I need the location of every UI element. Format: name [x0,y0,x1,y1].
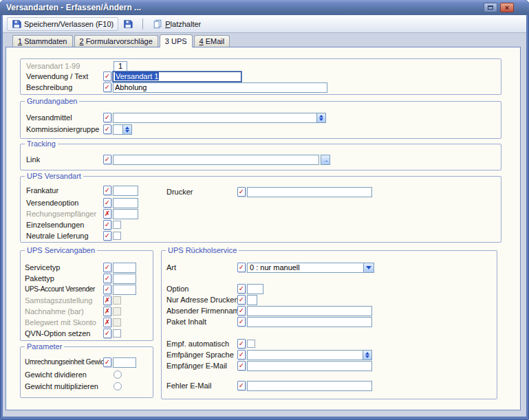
samstagszustellung-checkbox[interactable] [113,296,121,305]
einzelsendungen-checkbox[interactable] [113,221,121,229]
field-row-belegwert: Belegwert mit Skonto [25,317,151,328]
umrechnung-label: Umrechnungseinheit Gewicht [25,358,109,366]
field-row-qvn: QVN-Option setzen [25,328,151,339]
flag-check-icon[interactable] [103,113,111,122]
field-row-samstagszustellung: Samstagszustellung [25,295,151,306]
multiplizieren-radio[interactable] [114,382,122,390]
restore-button[interactable] [484,3,497,12]
flag-cross-icon[interactable] [103,296,111,305]
drucker-input[interactable] [247,187,372,197]
flag-check-icon[interactable] [237,317,246,327]
save-exit-button[interactable]: Speichern/Verlassen (F10) [7,17,118,31]
close-button[interactable]: × [500,3,514,12]
flag-check-icon[interactable] [103,231,111,241]
absender-input[interactable] [247,306,372,316]
flag-check-icon[interactable] [103,71,111,81]
section-ups-rueckholservice: UPS Rückholservice Art 0 : nur manuell O… [161,250,497,399]
multiplizieren-label: Gewicht multiplizieren [25,382,98,390]
save-icon [12,19,21,29]
nur-adresse-input[interactable] [247,295,257,305]
flag-check-icon[interactable] [103,198,111,208]
spinner-icon[interactable] [316,113,325,122]
tab-ups[interactable]: 3UPS [160,34,193,47]
dividieren-label: Gewicht dividieren [25,371,87,379]
kommissioniergruppe-label: Kommissioniergruppe [26,125,99,133]
frankatur-input[interactable] [113,186,138,196]
field-row-einzelsendungen: Einzelsendungen [26,219,499,230]
tab-email[interactable]: 4EMail [194,35,230,47]
flag-check-icon[interactable] [103,82,111,92]
flag-check-icon[interactable] [237,284,246,294]
flag-check-icon[interactable] [103,329,111,338]
samstagszustellung-label: Samstagszustellung [25,296,92,305]
flag-check-icon[interactable] [237,350,246,360]
versendeoption-input[interactable] [113,198,138,208]
flag-check-icon[interactable] [103,186,111,195]
versandmittel-combo[interactable] [113,113,326,123]
flag-check-icon[interactable] [237,361,246,371]
field-row-empfaenger-email: Empfänger E-Mail [166,360,495,371]
link-input[interactable] [113,155,319,165]
dividieren-radio[interactable] [114,371,122,379]
flag-check-icon[interactable] [103,220,111,230]
empfaenger-sprache-combo[interactable] [247,350,372,360]
field-row-pakettyp: Pakettyp [25,273,151,284]
rechnungsempfaenger-input[interactable] [113,209,138,219]
section-header: Versandart 1-99 1 Verwendung / Text Vers… [20,58,501,95]
belegwert-checkbox[interactable] [113,318,121,327]
save-button[interactable] [118,17,138,31]
platzhalter-button[interactable]: Platzhalter [148,17,206,31]
flag-check-icon[interactable] [237,306,246,316]
umrechnung-input[interactable] [113,357,136,368]
pakettyp-input[interactable] [113,274,136,284]
tab-stammdaten[interactable]: 1Stammdaten [12,35,73,47]
open-link-button[interactable]: → [321,155,330,165]
flag-check-icon[interactable] [237,339,246,349]
field-row-art: Art 0 : nur manuell [166,262,495,273]
flag-check-icon[interactable] [237,381,246,390]
beschreibung-input[interactable] [113,82,327,93]
versandart-nr-field[interactable]: 1 [114,61,127,71]
flag-check-icon[interactable] [103,274,111,283]
flag-cross-icon[interactable] [103,307,111,316]
window: Versandarten - Erfassen/Ändern ... × Spe… [0,0,529,420]
servicetyp-input[interactable] [113,263,136,273]
flag-check-icon[interactable] [103,155,111,164]
flag-check-icon[interactable] [103,357,111,367]
rechnungsempfaenger-label: Rechungsempfänger [26,210,96,218]
nur-adresse-label: Nur Adresse Drucken [166,296,239,304]
toolbar-separator [142,19,143,30]
field-row-absender: Absender Firmenname [166,305,495,316]
flag-check-icon[interactable] [103,263,111,272]
chevron-down-icon[interactable] [363,263,374,272]
flag-check-icon[interactable] [103,285,111,294]
spinner-icon[interactable] [363,351,371,360]
flag-check-icon[interactable] [237,187,246,197]
option-input[interactable] [247,284,263,294]
ups-account-input[interactable] [113,285,136,295]
empfaenger-email-input[interactable] [247,361,372,371]
kommissioniergruppe-combo[interactable] [113,124,132,135]
spinner-icon[interactable] [122,125,131,134]
tab-formularvorschlaege[interactable]: 2Formularvorschläge [74,35,158,47]
flag-check-icon[interactable] [237,263,246,272]
flag-check-icon[interactable] [237,295,246,305]
fehler-email-input[interactable] [247,381,372,391]
verwendung-input[interactable]: Versandart 1 [113,71,241,82]
paket-inhalt-input[interactable] [247,317,372,327]
art-dropdown[interactable]: 0 : nur manuell [247,263,374,273]
neutrale-lieferung-checkbox[interactable] [113,232,121,240]
drucker-label: Drucker [166,188,193,196]
qvn-checkbox[interactable] [113,329,121,338]
nachnahme-checkbox[interactable] [113,307,121,316]
titlebar[interactable]: Versandarten - Erfassen/Ändern ... × [0,0,529,15]
flag-cross-icon[interactable] [103,209,111,219]
empf-automatisch-checkbox[interactable] [247,340,255,348]
platzhalter-label: Platzhalter [165,20,201,28]
field-row-drucker: Drucker [166,186,499,197]
field-row-multiplizieren: Gewicht multiplizieren [25,381,151,392]
einzelsendungen-label: Einzelsendungen [26,221,84,229]
versendeoption-label: Versendeoption [26,199,78,207]
flag-check-icon[interactable] [103,124,111,134]
flag-cross-icon[interactable] [103,318,111,327]
